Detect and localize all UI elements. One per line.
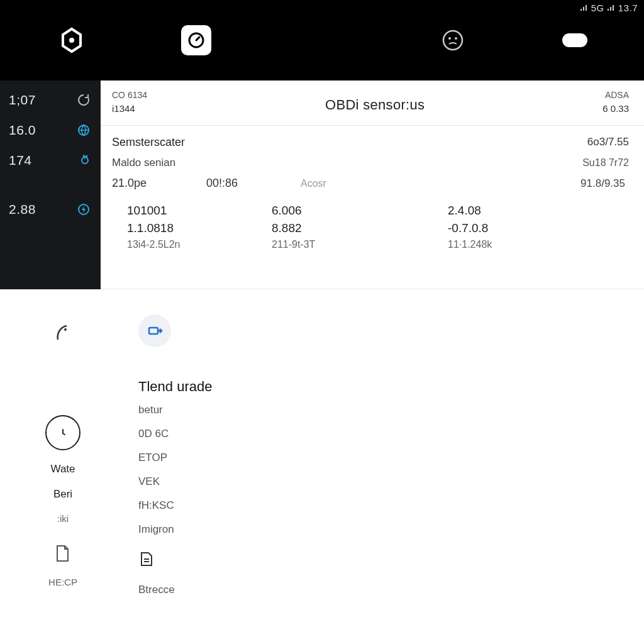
back-icon[interactable] — [50, 321, 75, 346]
signal-icon — [580, 3, 589, 13]
menu-item[interactable]: 0D 6C — [138, 428, 644, 440]
file-icon[interactable] — [138, 551, 156, 569]
refresh-icon — [75, 92, 92, 108]
face-icon[interactable] — [438, 25, 468, 55]
sidebar-row-2[interactable]: 174 — [9, 152, 92, 169]
menu-list: betur 0D 6C ETOP VEK fH:KSC Imigron Btre… — [138, 404, 644, 596]
main-panel: CO 6134 i1344 OBDi sensor:us ADSA 6 0.33… — [101, 80, 644, 289]
sidebar-value: 1;07 — [9, 92, 36, 108]
inline-values: 21.0pe 00!:86 Acosr — [112, 173, 326, 194]
export-icon[interactable] — [138, 314, 171, 347]
left-label-3[interactable]: :iki — [57, 513, 69, 524]
globe-icon — [75, 122, 92, 138]
inline-right: 91.8/9.35 — [580, 177, 629, 190]
row-value: 6o3/7.55 — [587, 136, 629, 148]
svg-point-3 — [448, 37, 451, 40]
inline-a: 21.0pe — [112, 177, 181, 190]
grid-cell: 101001 — [127, 204, 259, 218]
section-title: Tlend urade — [138, 379, 644, 395]
grid-cell: -0.7.0.8 — [448, 221, 611, 235]
row-value: Su18 7r72 — [582, 157, 629, 169]
svg-point-4 — [455, 37, 457, 40]
sidebar-value: 16.0 — [9, 123, 36, 138]
grid-cell: 2.4.08 — [448, 204, 611, 218]
svg-rect-8 — [149, 328, 158, 334]
content-middle: 1;07 16.0 174 2.88 CO 6 — [0, 80, 644, 289]
menu-item[interactable]: betur — [138, 404, 644, 416]
data-row-1[interactable]: Maldo senian Su18 7r72 — [112, 153, 629, 173]
left-label-4[interactable]: HE:CP — [48, 577, 77, 587]
header-right-2: 6 0.33 — [602, 102, 629, 115]
inline-b: 00!:86 — [206, 177, 275, 190]
sidebar-row-3[interactable]: 2.88 — [9, 201, 92, 218]
status-bar: 5G 13.7 — [580, 3, 638, 13]
header-meta-2: i1344 — [112, 102, 147, 115]
grid-cell: 8.882 — [272, 221, 435, 235]
app-topbar: 5G 13.7 — [0, 0, 644, 80]
fire-icon — [75, 152, 92, 169]
left-label-1[interactable]: Wate — [50, 463, 75, 475]
bolt-icon — [75, 201, 92, 218]
sidebar-value: 2.88 — [9, 202, 36, 217]
signal-icon-2 — [607, 3, 616, 13]
value-grid: 101001 6.006 2.4.08 1.1.0818 8.882 -0.7.… — [112, 194, 629, 250]
data-row-0[interactable]: Semsterscater 6o3/7.55 — [112, 132, 629, 153]
network-label: 5G — [591, 3, 604, 13]
sidebar-value: 174 — [9, 153, 32, 168]
gauge-icon[interactable] — [181, 25, 211, 55]
menu-item[interactable]: ETOP — [138, 452, 644, 464]
menu-item[interactable]: Imigron — [138, 523, 644, 536]
sidebar-row-0[interactable]: 1;07 — [9, 92, 92, 108]
grid-cell: 6.006 — [272, 204, 435, 218]
inline-c: Acosr — [301, 178, 326, 189]
header-right-1: ADSA — [602, 89, 629, 102]
panel-title: OBDi sensor:us — [147, 97, 602, 113]
grid-cell: 211-9t-3T — [272, 239, 435, 250]
hex-icon[interactable] — [57, 25, 87, 55]
toggle-pill[interactable] — [562, 33, 587, 47]
lower-left-col: Wate Beri :iki HE:CP — [25, 314, 101, 596]
lower-right-col: Tlend urade betur 0D 6C ETOP VEK fH:KSC … — [138, 314, 644, 596]
grid-cell: 1.1.0818 — [127, 221, 259, 235]
svg-point-7 — [64, 328, 67, 331]
menu-item[interactable]: fH:KSC — [138, 499, 644, 512]
sidebar-row-1[interactable]: 16.0 — [9, 122, 92, 138]
left-sidebar: 1;07 16.0 174 2.88 — [0, 80, 101, 289]
clock-icon[interactable] — [45, 415, 80, 450]
header-meta-1: CO 6134 — [112, 89, 147, 102]
left-label-2[interactable]: Beri — [53, 488, 72, 501]
row-label: Semsterscater — [112, 136, 185, 149]
document-icon[interactable] — [53, 544, 73, 564]
row-label: Maldo senian — [112, 157, 175, 169]
grid-cell: 13i4-2.5L2n — [127, 239, 259, 250]
svg-point-2 — [443, 31, 462, 50]
status-value: 13.7 — [618, 3, 638, 13]
grid-cell: 11·1.248k — [448, 239, 611, 250]
lower-section: Wate Beri :iki HE:CP Tlend urade betur 0… — [0, 289, 644, 596]
svg-point-0 — [69, 38, 74, 43]
menu-item[interactable]: VEK — [138, 475, 644, 488]
panel-header: CO 6134 i1344 OBDi sensor:us ADSA 6 0.33 — [101, 80, 644, 120]
menu-item[interactable]: Btrecce — [138, 584, 644, 596]
